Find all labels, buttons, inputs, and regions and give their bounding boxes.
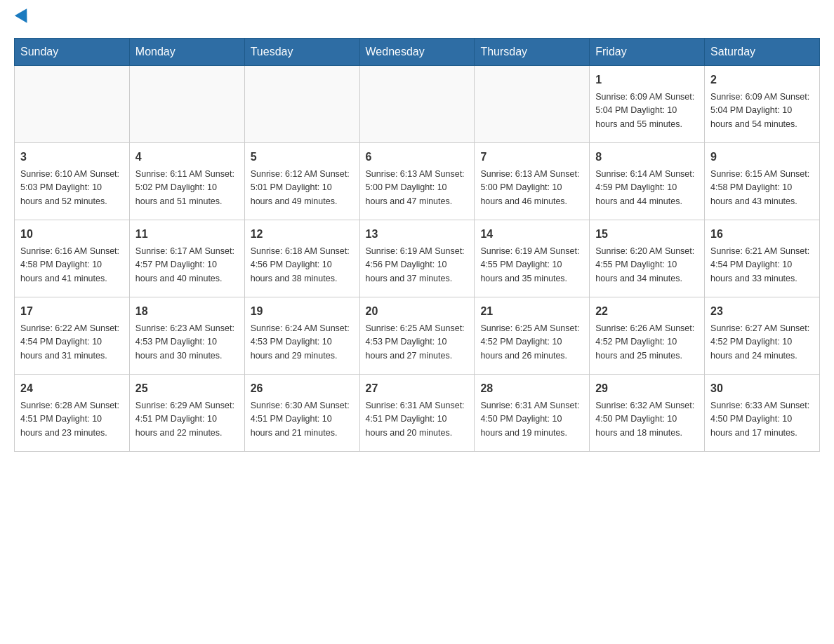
calendar-cell: 23Sunrise: 6:27 AM Sunset: 4:52 PM Dayli…: [705, 297, 820, 375]
calendar-week-row: 17Sunrise: 6:22 AM Sunset: 4:54 PM Dayli…: [15, 297, 820, 375]
day-number: 26: [251, 380, 354, 397]
logo-blue-text: [14, 14, 31, 24]
calendar-cell: 2Sunrise: 6:09 AM Sunset: 5:04 PM Daylig…: [705, 66, 820, 143]
column-header-wednesday: Wednesday: [359, 39, 475, 66]
calendar-cell: 22Sunrise: 6:26 AM Sunset: 4:52 PM Dayli…: [590, 297, 705, 375]
calendar-cell: 21Sunrise: 6:25 AM Sunset: 4:52 PM Dayli…: [475, 297, 590, 375]
day-number: 19: [251, 303, 354, 320]
day-number: 3: [20, 149, 124, 166]
column-header-thursday: Thursday: [475, 39, 590, 66]
column-header-tuesday: Tuesday: [244, 39, 359, 66]
day-info: Sunrise: 6:13 AM Sunset: 5:00 PM Dayligh…: [366, 168, 469, 208]
day-info: Sunrise: 6:26 AM Sunset: 4:52 PM Dayligh…: [595, 322, 699, 363]
day-number: 17: [20, 303, 124, 320]
day-info: Sunrise: 6:17 AM Sunset: 4:57 PM Dayligh…: [135, 245, 239, 286]
day-info: Sunrise: 6:23 AM Sunset: 4:53 PM Dayligh…: [135, 322, 239, 363]
day-info: Sunrise: 6:27 AM Sunset: 4:52 PM Dayligh…: [710, 322, 814, 363]
day-info: Sunrise: 6:33 AM Sunset: 4:50 PM Dayligh…: [710, 399, 814, 440]
day-info: Sunrise: 6:28 AM Sunset: 4:51 PM Dayligh…: [20, 399, 124, 440]
day-number: 13: [366, 226, 469, 243]
day-info: Sunrise: 6:20 AM Sunset: 4:55 PM Dayligh…: [595, 245, 699, 286]
calendar-cell: [359, 66, 475, 143]
day-info: Sunrise: 6:25 AM Sunset: 4:52 PM Dayligh…: [480, 322, 583, 363]
calendar-week-row: 24Sunrise: 6:28 AM Sunset: 4:51 PM Dayli…: [15, 375, 820, 452]
day-number: 21: [480, 303, 583, 320]
calendar-cell: 3Sunrise: 6:10 AM Sunset: 5:03 PM Daylig…: [15, 143, 130, 220]
calendar-cell: 15Sunrise: 6:20 AM Sunset: 4:55 PM Dayli…: [590, 220, 705, 297]
day-info: Sunrise: 6:10 AM Sunset: 5:03 PM Dayligh…: [20, 168, 124, 208]
day-info: Sunrise: 6:25 AM Sunset: 4:53 PM Dayligh…: [366, 322, 469, 363]
calendar-cell: 20Sunrise: 6:25 AM Sunset: 4:53 PM Dayli…: [359, 297, 475, 375]
calendar-cell: [15, 66, 130, 143]
column-header-friday: Friday: [590, 39, 705, 66]
day-info: Sunrise: 6:29 AM Sunset: 4:51 PM Dayligh…: [135, 399, 239, 440]
calendar-cell: [129, 66, 244, 143]
day-number: 30: [710, 380, 814, 397]
day-info: Sunrise: 6:18 AM Sunset: 4:56 PM Dayligh…: [251, 245, 354, 286]
calendar-cell: 29Sunrise: 6:32 AM Sunset: 4:50 PM Dayli…: [590, 375, 705, 452]
day-info: Sunrise: 6:21 AM Sunset: 4:54 PM Dayligh…: [710, 245, 814, 286]
day-number: 12: [251, 226, 354, 243]
logo: [14, 14, 31, 24]
day-info: Sunrise: 6:31 AM Sunset: 4:50 PM Dayligh…: [480, 399, 583, 440]
day-number: 8: [595, 149, 699, 166]
calendar-cell: 1Sunrise: 6:09 AM Sunset: 5:04 PM Daylig…: [590, 66, 705, 143]
calendar-cell: 10Sunrise: 6:16 AM Sunset: 4:58 PM Dayli…: [15, 220, 130, 297]
day-number: 29: [595, 380, 699, 397]
day-info: Sunrise: 6:31 AM Sunset: 4:51 PM Dayligh…: [366, 399, 469, 440]
day-info: Sunrise: 6:12 AM Sunset: 5:01 PM Dayligh…: [251, 168, 354, 208]
calendar-cell: 16Sunrise: 6:21 AM Sunset: 4:54 PM Dayli…: [705, 220, 820, 297]
day-info: Sunrise: 6:24 AM Sunset: 4:53 PM Dayligh…: [251, 322, 354, 363]
column-header-saturday: Saturday: [705, 39, 820, 66]
day-number: 27: [366, 380, 469, 397]
column-header-sunday: Sunday: [15, 39, 130, 66]
calendar-cell: 17Sunrise: 6:22 AM Sunset: 4:54 PM Dayli…: [15, 297, 130, 375]
day-number: 7: [480, 149, 583, 166]
day-number: 15: [595, 226, 699, 243]
day-number: 9: [710, 149, 814, 166]
calendar-table: SundayMondayTuesdayWednesdayThursdayFrid…: [14, 38, 820, 452]
day-number: 16: [710, 226, 814, 243]
calendar-cell: 26Sunrise: 6:30 AM Sunset: 4:51 PM Dayli…: [244, 375, 359, 452]
calendar-cell: 24Sunrise: 6:28 AM Sunset: 4:51 PM Dayli…: [15, 375, 130, 452]
page-header: [14, 14, 820, 24]
calendar-cell: 9Sunrise: 6:15 AM Sunset: 4:58 PM Daylig…: [705, 143, 820, 220]
calendar-cell: 6Sunrise: 6:13 AM Sunset: 5:00 PM Daylig…: [359, 143, 475, 220]
calendar-cell: 18Sunrise: 6:23 AM Sunset: 4:53 PM Dayli…: [129, 297, 244, 375]
day-info: Sunrise: 6:09 AM Sunset: 5:04 PM Dayligh…: [710, 90, 814, 131]
day-number: 25: [135, 380, 239, 397]
calendar-cell: 12Sunrise: 6:18 AM Sunset: 4:56 PM Dayli…: [244, 220, 359, 297]
day-number: 20: [366, 303, 469, 320]
day-number: 28: [480, 380, 583, 397]
calendar-cell: 28Sunrise: 6:31 AM Sunset: 4:50 PM Dayli…: [475, 375, 590, 452]
calendar-cell: 25Sunrise: 6:29 AM Sunset: 4:51 PM Dayli…: [129, 375, 244, 452]
calendar-week-row: 1Sunrise: 6:09 AM Sunset: 5:04 PM Daylig…: [15, 66, 820, 143]
day-info: Sunrise: 6:15 AM Sunset: 4:58 PM Dayligh…: [710, 168, 814, 208]
day-number: 1: [595, 72, 699, 88]
day-number: 11: [135, 226, 239, 243]
day-info: Sunrise: 6:30 AM Sunset: 4:51 PM Dayligh…: [251, 399, 354, 440]
day-number: 2: [710, 72, 814, 88]
day-number: 4: [135, 149, 239, 166]
day-info: Sunrise: 6:19 AM Sunset: 4:55 PM Dayligh…: [480, 245, 583, 286]
calendar-cell: [244, 66, 359, 143]
day-info: Sunrise: 6:13 AM Sunset: 5:00 PM Dayligh…: [480, 168, 583, 208]
day-info: Sunrise: 6:09 AM Sunset: 5:04 PM Dayligh…: [595, 90, 699, 131]
calendar-week-row: 10Sunrise: 6:16 AM Sunset: 4:58 PM Dayli…: [15, 220, 820, 297]
day-number: 14: [480, 226, 583, 243]
day-info: Sunrise: 6:14 AM Sunset: 4:59 PM Dayligh…: [595, 168, 699, 208]
calendar-week-row: 3Sunrise: 6:10 AM Sunset: 5:03 PM Daylig…: [15, 143, 820, 220]
day-number: 24: [20, 380, 124, 397]
day-number: 18: [135, 303, 239, 320]
calendar-cell: 8Sunrise: 6:14 AM Sunset: 4:59 PM Daylig…: [590, 143, 705, 220]
calendar-cell: 13Sunrise: 6:19 AM Sunset: 4:56 PM Dayli…: [359, 220, 475, 297]
calendar-cell: 7Sunrise: 6:13 AM Sunset: 5:00 PM Daylig…: [475, 143, 590, 220]
calendar-header-row: SundayMondayTuesdayWednesdayThursdayFrid…: [15, 39, 820, 66]
day-number: 22: [595, 303, 699, 320]
day-info: Sunrise: 6:22 AM Sunset: 4:54 PM Dayligh…: [20, 322, 124, 363]
day-info: Sunrise: 6:19 AM Sunset: 4:56 PM Dayligh…: [366, 245, 469, 286]
day-info: Sunrise: 6:16 AM Sunset: 4:58 PM Dayligh…: [20, 245, 124, 286]
column-header-monday: Monday: [129, 39, 244, 66]
calendar-cell: 14Sunrise: 6:19 AM Sunset: 4:55 PM Dayli…: [475, 220, 590, 297]
day-info: Sunrise: 6:32 AM Sunset: 4:50 PM Dayligh…: [595, 399, 699, 440]
